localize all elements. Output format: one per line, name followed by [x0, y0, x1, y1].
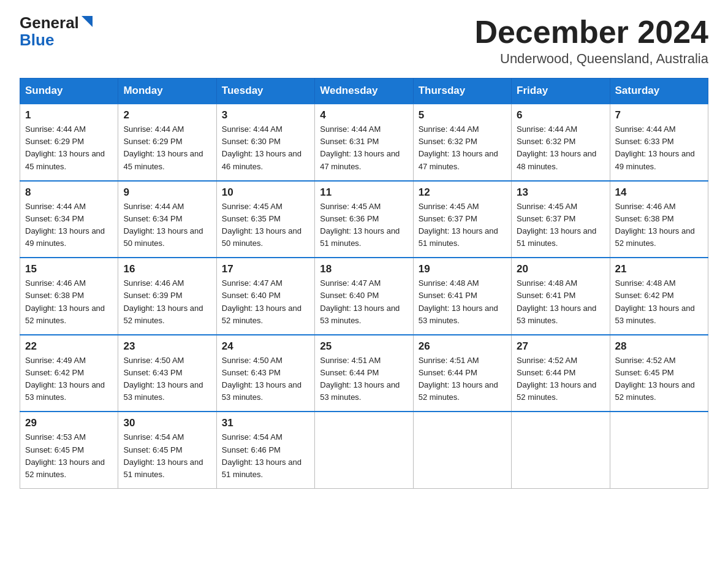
- table-row: 30 Sunrise: 4:54 AMSunset: 6:45 PMDaylig…: [118, 412, 216, 488]
- header-wednesday: Wednesday: [315, 79, 413, 104]
- weekday-header-row: Sunday Monday Tuesday Wednesday Thursday…: [20, 79, 708, 104]
- day-number: 24: [222, 340, 309, 353]
- day-info: Sunrise: 4:46 AMSunset: 6:38 PMDaylight:…: [615, 202, 695, 248]
- header-friday: Friday: [512, 79, 610, 104]
- location-title: Underwood, Queensland, Australia: [474, 51, 708, 67]
- day-number: 20: [517, 263, 604, 275]
- table-row: 27 Sunrise: 4:52 AMSunset: 6:44 PMDaylig…: [512, 335, 610, 412]
- table-row: 2 Sunrise: 4:44 AMSunset: 6:29 PMDayligh…: [118, 104, 216, 181]
- day-number: 18: [320, 263, 408, 275]
- svg-marker-0: [82, 16, 93, 27]
- day-number: 25: [320, 340, 408, 353]
- calendar-week-row: 22 Sunrise: 4:49 AMSunset: 6:42 PMDaylig…: [20, 335, 708, 412]
- table-row: 13 Sunrise: 4:45 AMSunset: 6:37 PMDaylig…: [512, 181, 610, 258]
- day-info: Sunrise: 4:52 AMSunset: 6:44 PMDaylight:…: [517, 356, 596, 402]
- day-number: 16: [123, 263, 211, 275]
- day-info: Sunrise: 4:46 AMSunset: 6:38 PMDaylight:…: [25, 278, 105, 324]
- day-number: 7: [615, 109, 703, 121]
- header-tuesday: Tuesday: [216, 79, 314, 104]
- day-info: Sunrise: 4:44 AMSunset: 6:29 PMDaylight:…: [25, 124, 105, 170]
- day-info: Sunrise: 4:54 AMSunset: 6:45 PMDaylight:…: [123, 432, 203, 478]
- header-monday: Monday: [118, 79, 216, 104]
- day-info: Sunrise: 4:50 AMSunset: 6:43 PMDaylight:…: [222, 356, 301, 402]
- day-number: 13: [517, 186, 604, 199]
- day-number: 22: [25, 340, 113, 353]
- calendar-table: Sunday Monday Tuesday Wednesday Thursday…: [20, 78, 708, 489]
- day-info: Sunrise: 4:44 AMSunset: 6:30 PMDaylight:…: [222, 124, 301, 170]
- day-number: 10: [222, 186, 309, 199]
- table-row: 1 Sunrise: 4:44 AMSunset: 6:29 PMDayligh…: [20, 104, 118, 181]
- day-info: Sunrise: 4:54 AMSunset: 6:46 PMDaylight:…: [222, 432, 301, 478]
- header-saturday: Saturday: [610, 79, 708, 104]
- table-row: 7 Sunrise: 4:44 AMSunset: 6:33 PMDayligh…: [610, 104, 708, 181]
- day-info: Sunrise: 4:45 AMSunset: 6:36 PMDaylight:…: [320, 202, 400, 248]
- day-number: 27: [517, 340, 604, 353]
- day-number: 30: [123, 417, 211, 429]
- table-row: [512, 412, 610, 488]
- day-number: 17: [222, 263, 309, 275]
- calendar-week-row: 8 Sunrise: 4:44 AMSunset: 6:34 PMDayligh…: [20, 181, 708, 258]
- table-row: 20 Sunrise: 4:48 AMSunset: 6:41 PMDaylig…: [512, 258, 610, 335]
- table-row: 28 Sunrise: 4:52 AMSunset: 6:45 PMDaylig…: [610, 335, 708, 412]
- table-row: 18 Sunrise: 4:47 AMSunset: 6:40 PMDaylig…: [315, 258, 413, 335]
- day-number: 9: [123, 186, 211, 199]
- page-header: General Blue December 2024 Underwood, Qu…: [20, 15, 708, 67]
- table-row: 19 Sunrise: 4:48 AMSunset: 6:41 PMDaylig…: [413, 258, 511, 335]
- day-info: Sunrise: 4:48 AMSunset: 6:42 PMDaylight:…: [615, 278, 695, 324]
- table-row: 29 Sunrise: 4:53 AMSunset: 6:45 PMDaylig…: [20, 412, 118, 488]
- table-row: 14 Sunrise: 4:46 AMSunset: 6:38 PMDaylig…: [610, 181, 708, 258]
- day-info: Sunrise: 4:51 AMSunset: 6:44 PMDaylight:…: [419, 356, 498, 402]
- table-row: 16 Sunrise: 4:46 AMSunset: 6:39 PMDaylig…: [118, 258, 216, 335]
- day-number: 12: [419, 186, 506, 199]
- day-number: 14: [615, 186, 703, 199]
- day-number: 2: [123, 109, 211, 121]
- day-info: Sunrise: 4:47 AMSunset: 6:40 PMDaylight:…: [222, 278, 301, 324]
- table-row: 12 Sunrise: 4:45 AMSunset: 6:37 PMDaylig…: [413, 181, 511, 258]
- table-row: 15 Sunrise: 4:46 AMSunset: 6:38 PMDaylig…: [20, 258, 118, 335]
- day-number: 29: [25, 417, 113, 429]
- day-info: Sunrise: 4:53 AMSunset: 6:45 PMDaylight:…: [25, 432, 105, 478]
- table-row: 11 Sunrise: 4:45 AMSunset: 6:36 PMDaylig…: [315, 181, 413, 258]
- day-number: 6: [517, 109, 604, 121]
- day-number: 3: [222, 109, 309, 121]
- header-thursday: Thursday: [413, 79, 511, 104]
- day-number: 8: [25, 186, 113, 199]
- day-info: Sunrise: 4:44 AMSunset: 6:34 PMDaylight:…: [25, 202, 105, 248]
- table-row: 21 Sunrise: 4:48 AMSunset: 6:42 PMDaylig…: [610, 258, 708, 335]
- day-info: Sunrise: 4:44 AMSunset: 6:34 PMDaylight:…: [123, 202, 203, 248]
- logo-triangle-icon: [80, 15, 94, 28]
- table-row: [315, 412, 413, 488]
- calendar-week-row: 15 Sunrise: 4:46 AMSunset: 6:38 PMDaylig…: [20, 258, 708, 335]
- day-info: Sunrise: 4:48 AMSunset: 6:41 PMDaylight:…: [419, 278, 498, 324]
- table-row: 4 Sunrise: 4:44 AMSunset: 6:31 PMDayligh…: [315, 104, 413, 181]
- month-title: December 2024: [474, 15, 708, 50]
- table-row: 10 Sunrise: 4:45 AMSunset: 6:35 PMDaylig…: [216, 181, 314, 258]
- header-sunday: Sunday: [20, 79, 118, 104]
- day-info: Sunrise: 4:45 AMSunset: 6:35 PMDaylight:…: [222, 202, 301, 248]
- day-info: Sunrise: 4:52 AMSunset: 6:45 PMDaylight:…: [615, 356, 695, 402]
- logo-blue-text: Blue: [20, 31, 54, 49]
- table-row: 17 Sunrise: 4:47 AMSunset: 6:40 PMDaylig…: [216, 258, 314, 335]
- day-number: 31: [222, 417, 309, 429]
- day-info: Sunrise: 4:49 AMSunset: 6:42 PMDaylight:…: [25, 356, 105, 402]
- day-number: 1: [25, 109, 113, 121]
- title-block: December 2024 Underwood, Queensland, Aus…: [474, 15, 708, 67]
- table-row: [413, 412, 511, 488]
- day-info: Sunrise: 4:44 AMSunset: 6:32 PMDaylight:…: [419, 124, 498, 170]
- day-number: 11: [320, 186, 408, 199]
- day-number: 21: [615, 263, 703, 275]
- table-row: 8 Sunrise: 4:44 AMSunset: 6:34 PMDayligh…: [20, 181, 118, 258]
- table-row: 6 Sunrise: 4:44 AMSunset: 6:32 PMDayligh…: [512, 104, 610, 181]
- logo: General Blue: [20, 15, 94, 50]
- table-row: 23 Sunrise: 4:50 AMSunset: 6:43 PMDaylig…: [118, 335, 216, 412]
- day-number: 5: [419, 109, 506, 121]
- day-info: Sunrise: 4:51 AMSunset: 6:44 PMDaylight:…: [320, 356, 400, 402]
- table-row: [610, 412, 708, 488]
- day-number: 23: [123, 340, 211, 353]
- table-row: 25 Sunrise: 4:51 AMSunset: 6:44 PMDaylig…: [315, 335, 413, 412]
- day-info: Sunrise: 4:45 AMSunset: 6:37 PMDaylight:…: [517, 202, 596, 248]
- calendar-week-row: 29 Sunrise: 4:53 AMSunset: 6:45 PMDaylig…: [20, 412, 708, 488]
- day-info: Sunrise: 4:48 AMSunset: 6:41 PMDaylight:…: [517, 278, 596, 324]
- day-info: Sunrise: 4:44 AMSunset: 6:29 PMDaylight:…: [123, 124, 203, 170]
- day-info: Sunrise: 4:44 AMSunset: 6:33 PMDaylight:…: [615, 124, 695, 170]
